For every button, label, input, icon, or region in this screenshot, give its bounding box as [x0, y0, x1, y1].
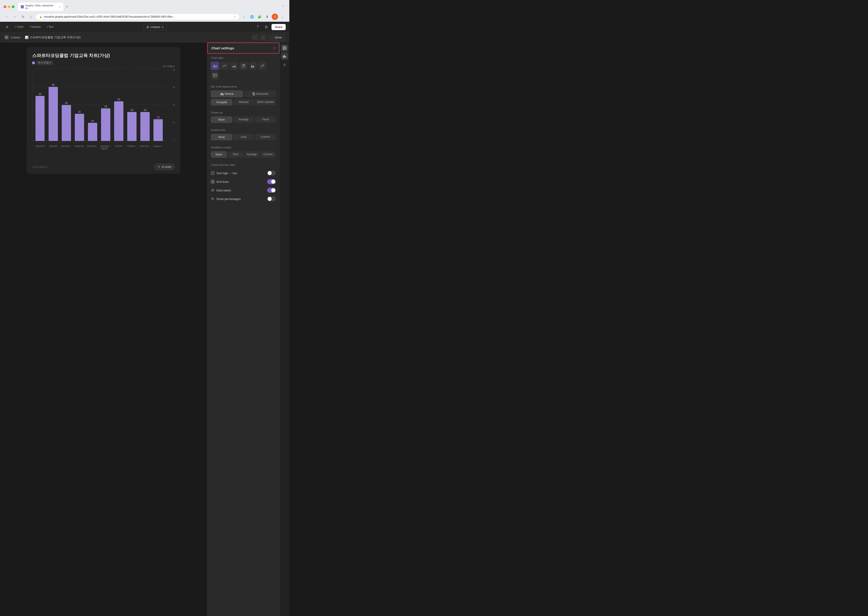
headline-none-button[interactable]: None [211, 151, 227, 158]
y-label-20: 20 [172, 104, 175, 106]
caption-placeholder[interactable]: Add caption [32, 165, 48, 168]
share-button[interactable]: Share [271, 24, 286, 30]
chart-type-area-button[interactable] [230, 62, 238, 70]
panel-chart-button[interactable] [281, 52, 288, 60]
stacked-button[interactable]: Stacked [233, 99, 254, 105]
panel-chart-icon [283, 54, 287, 58]
back-button[interactable]: ← [4, 14, 10, 20]
panel-table-button[interactable] [281, 44, 288, 52]
browser-tab-active[interactable]: G Graphy | Slick, interactive ch... × [18, 3, 63, 11]
toggle-sidebar-button[interactable]: ⊞ [4, 24, 10, 30]
bar-item[interactable]: 16 ThetaSer... [127, 69, 138, 141]
chart-type-grid [211, 62, 276, 79]
horizontal-button[interactable]: Horizontal [244, 91, 276, 97]
bar-item[interactable]: 30 BetaSoft [48, 69, 58, 141]
home-button[interactable]: ⌂ [28, 14, 34, 20]
bar-item[interactable]: 18 ZetaSolut... [100, 69, 111, 141]
headline-section: Headline number None Total Average Curre… [207, 143, 279, 160]
sort-toggle-switch[interactable] [267, 171, 276, 176]
done-button[interactable]: ✓ Done [268, 35, 285, 41]
expand-icon[interactable]: ⌃ [280, 4, 286, 9]
customline-none-button[interactable]: None [211, 134, 232, 140]
main-content: 스파르타코딩클럽 기업교육 차트(가상) 부서직원수 부서직원수 [0, 42, 289, 616]
customline-goal-button[interactable]: Goal [233, 134, 254, 140]
forward-button[interactable]: → [12, 14, 18, 20]
headline-current-button[interactable]: Current [260, 151, 276, 158]
ai-writer-button[interactable]: ✦ AI writer [154, 163, 175, 170]
secure-icon: 🔒 [39, 16, 42, 18]
svg-point-9 [261, 66, 262, 67]
powerup-average-button[interactable]: Average [233, 116, 254, 123]
address-bar[interactable]: 🔒 visualize.graphy.app/board/10ba15bc-ea… [36, 14, 239, 19]
powerup-trend-button[interactable]: Trend [255, 116, 276, 123]
new-tab-button[interactable]: + [64, 4, 70, 9]
gridlines-toggle-switch[interactable] [267, 179, 276, 184]
bookmark-icon[interactable]: ☆ [233, 15, 236, 18]
chart-type-pie-button[interactable] [240, 62, 248, 70]
breadcrumb-forward-button[interactable]: → [260, 34, 266, 41]
chart-type-grouped-button[interactable] [249, 62, 257, 70]
chart-type-table-button[interactable] [211, 71, 219, 79]
headline-average-button[interactable]: Average [244, 151, 260, 158]
settings-icon-button[interactable]: ⚙ [263, 24, 269, 30]
y-label-0: 0 [174, 139, 175, 141]
bar-item[interactable]: 16 IotaProdu... [140, 69, 150, 141]
grouped-button[interactable]: Grouped [211, 99, 232, 105]
custom-line-label: Custom line [211, 129, 276, 132]
svg-point-11 [263, 65, 264, 66]
chart-type-line-button[interactable] [220, 62, 229, 70]
y-axis-series-label: 부서직원수 [163, 65, 175, 68]
close-window-button[interactable] [4, 5, 6, 8]
breadcrumb-parent[interactable]: Untitled [10, 36, 20, 39]
add-text-button[interactable]: + Text [44, 24, 56, 30]
add-number-button[interactable]: + Number [27, 24, 43, 30]
chart-type-bar-button[interactable] [211, 62, 219, 70]
toggle-knob [271, 188, 275, 192]
profile-button[interactable]: I [272, 14, 278, 20]
toolbar-right: ? ⚙ Share [254, 24, 286, 30]
traffic-lights [4, 5, 14, 8]
panel-export-button[interactable] [281, 61, 288, 68]
help-icon-button[interactable]: ? [254, 24, 261, 30]
menu-icon[interactable]: ⋮ [279, 14, 286, 20]
download-icon[interactable]: ⬇ [264, 14, 270, 20]
tab-title: Graphy | Slick, interactive ch... [25, 4, 57, 9]
svg-rect-17 [221, 93, 221, 95]
bar-item[interactable]: 10 EpsilonEn... [87, 69, 98, 141]
appearance-section: Bar chart appearance Vertical Horizontal… [207, 82, 279, 108]
puzzle-icon[interactable]: 🧩 [256, 14, 263, 20]
svg-rect-19 [223, 94, 224, 95]
svg-point-10 [262, 65, 263, 66]
chart-card: 스파르타코딩클럽 기업교육 차트(가상) 부서직원수 부서직원수 [27, 47, 180, 174]
chart-type-scatter-button[interactable] [259, 62, 266, 70]
reload-button[interactable]: ↻ [20, 14, 26, 20]
app-container: ⊞ + Chart + Number + Text ⊞ Untitled ∨ ?… [0, 22, 289, 616]
bar-item[interactable]: 22 EtaTech [113, 69, 124, 141]
maximize-window-button[interactable] [12, 5, 14, 8]
bar-value-label: 20 [65, 102, 67, 104]
custom-line-options: None Goal Custom [211, 134, 276, 140]
bar-item[interactable]: 12 KappaLo... [153, 69, 164, 141]
powerup-none-button[interactable]: None [211, 116, 232, 123]
minimize-window-button[interactable] [8, 5, 10, 8]
stacked100-button[interactable]: 100% stacked [255, 99, 276, 105]
settings-close-button[interactable]: × [273, 46, 275, 50]
bar-rect [140, 112, 150, 141]
powerup-section: Power-up None Average Trend [207, 108, 279, 126]
vertical-button[interactable]: Vertical [211, 91, 243, 97]
doc-title-button[interactable]: ⊞ Untitled ∨ [144, 24, 167, 30]
bar-item[interactable]: 15 DeltaCorp [74, 69, 85, 141]
breadcrumb-back-button[interactable]: ← [252, 34, 258, 41]
extensions-icon[interactable]: ⋮ [241, 14, 247, 20]
showpct-toggle-switch[interactable] [267, 196, 276, 201]
datalabels-toggle-switch[interactable] [267, 188, 276, 193]
add-chart-button[interactable]: + Chart [11, 24, 26, 30]
headline-total-button[interactable]: Total [228, 151, 243, 158]
bar-item[interactable]: 25 AlphaTech [34, 69, 45, 141]
svg-rect-22 [253, 95, 255, 96]
globe-icon[interactable]: 🌐 [249, 14, 255, 20]
bar-item[interactable]: 20 GammaIn... [61, 69, 72, 141]
chart-canvas: 스파르타코딩클럽 기업교육 차트(가상) 부서직원수 부서직원수 [0, 42, 207, 616]
tab-close-button[interactable]: × [59, 6, 61, 8]
customline-custom-button[interactable]: Custom [255, 134, 276, 140]
